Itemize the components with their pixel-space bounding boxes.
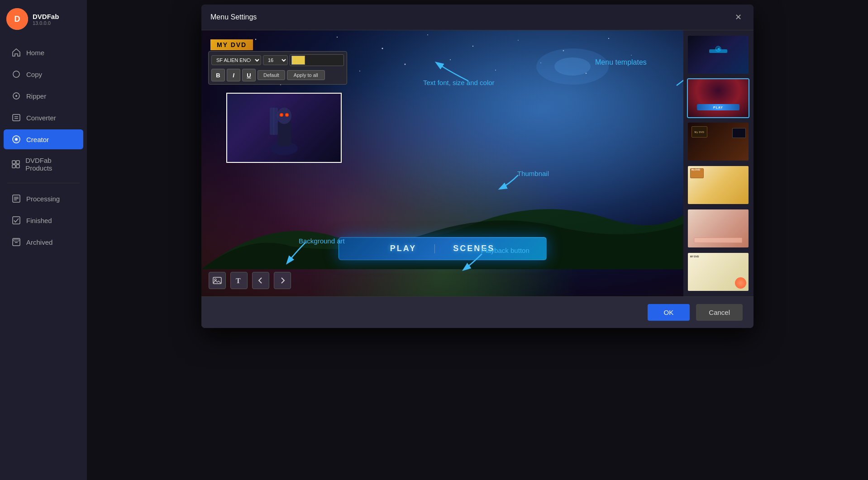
next-button[interactable] [274,272,291,289]
svg-rect-13 [16,165,19,168]
toolbar-row-font: SF ALIEN ENCOU 16 [211,54,344,66]
template-item-3[interactable]: My DVD [687,122,749,162]
converter-icon [12,113,21,122]
svg-point-4 [15,95,17,97]
svg-point-2 [13,71,19,77]
prev-button[interactable] [252,272,269,289]
default-button[interactable]: Default [258,70,285,80]
ok-button[interactable]: OK [648,304,690,321]
sidebar-nav: Home Copy Ripper [0,38,87,480]
apply-to-all-button[interactable]: Apply to all [287,70,325,80]
bar-divider [434,244,435,253]
template-item-5[interactable] [687,209,749,248]
modal-title: Menu Settings [210,13,257,21]
app-logo-icon: D [6,8,28,30]
color-picker[interactable] [290,54,344,66]
svg-rect-5 [13,114,20,121]
dvd-title-label: MY DVD [210,39,253,50]
font-size-select[interactable]: 16 [263,55,288,65]
toolbar-row-format: B I U Default Apply to all [211,69,344,81]
sidebar-item-converter[interactable]: Converter [4,108,83,128]
svg-point-53 [286,114,288,116]
sidebar-item-archived[interactable]: Archived [4,232,83,252]
play-button-label[interactable]: PLAY [390,244,416,253]
sidebar-item-home-label: Home [26,49,44,57]
sidebar: D DVDFab 13.0.0.0 Home Copy [0,0,87,480]
app-logo-text: DVDFab 13.0.0.0 [33,13,59,26]
sidebar-item-copy[interactable]: Copy [4,64,83,84]
svg-text:D: D [14,14,20,24]
sidebar-item-dvdfab-products-label: DVDFab Products [25,157,75,172]
sidebar-item-dvdfab-products[interactable]: DVDFab Products [4,151,83,177]
app-logo-area: D DVDFab 13.0.0.0 [0,0,87,38]
sidebar-item-finished[interactable]: Finished [4,210,83,230]
svg-point-52 [281,114,282,116]
thumbnail-figure [266,99,302,157]
text-icon: T [234,276,243,285]
modal-body: MY DVD SF ALIEN ENCOU 16 [201,30,754,296]
sidebar-item-ripper[interactable]: Ripper [4,86,83,106]
play-scenes-bar: PLAY SCENES [339,237,547,260]
thumbnail-inner [227,94,341,162]
main-area: Menu Settings ✕ [87,0,868,480]
sidebar-item-finished-label: Finished [26,217,52,224]
bold-button[interactable]: B [211,69,225,81]
cancel-button[interactable]: Cancel [696,304,743,321]
modal-header: Menu Settings ✕ [201,5,754,30]
processing-icon [12,194,21,203]
sidebar-item-creator[interactable]: Creator [4,129,83,149]
svg-point-9 [15,138,18,141]
playback-buttons-area: PLAY SCENES [339,237,547,260]
modal-overlay: Menu Settings ✕ [87,0,868,480]
preview-area: MY DVD SF ALIEN ENCOU 16 [201,30,683,296]
sidebar-divider [7,183,80,183]
ripper-icon [12,91,21,100]
dvdfab-products-icon [12,160,20,169]
svg-rect-48 [277,121,291,146]
background-art-button[interactable] [209,272,226,289]
sidebar-item-converter-label: Converter [26,114,56,122]
svg-rect-18 [13,217,20,224]
chevron-right-icon [279,277,286,284]
template-item-4[interactable]: My DVD [687,165,749,205]
preview-bottom-toolbar: T [209,272,291,289]
sidebar-item-copy-label: Copy [26,71,42,78]
thumbnail-preview [226,93,342,163]
templates-panel: PLAY My DVD [683,30,754,296]
sidebar-item-home[interactable]: Home [4,43,83,62]
creator-icon [12,135,21,144]
svg-text:T: T [236,277,241,285]
template-item-6[interactable]: MY DVD [687,252,749,292]
home-icon [12,48,21,57]
svg-rect-12 [12,165,15,168]
svg-rect-10 [12,161,15,164]
color-swatch-preview [291,56,305,65]
sidebar-item-archived-label: Archived [26,238,52,246]
template-item-2[interactable]: PLAY [687,78,749,118]
scenes-button-label[interactable]: SCENES [453,244,495,253]
sidebar-item-processing[interactable]: Processing [4,189,83,209]
svg-rect-11 [16,161,19,164]
template-1-icon [715,45,722,52]
sidebar-item-ripper-label: Ripper [26,92,46,100]
font-family-select[interactable]: SF ALIEN ENCOU [211,55,261,65]
modal-footer: OK Cancel [201,296,754,328]
text-button[interactable]: T [230,272,248,289]
archived-icon [12,238,21,247]
svg-point-49 [277,108,291,124]
italic-button[interactable]: I [227,69,240,81]
template-item-1[interactable] [687,35,749,75]
image-icon [213,276,222,285]
text-formatting-toolbar: SF ALIEN ENCOU 16 B I U [208,51,347,85]
menu-settings-modal: Menu Settings ✕ [201,5,754,328]
modal-close-button[interactable]: ✕ [732,11,744,24]
app-version: 13.0.0.0 [33,20,59,26]
dvd-title-area: MY DVD [210,39,253,52]
app-brand: DVDFab [33,13,59,20]
sidebar-item-creator-label: Creator [26,136,49,143]
chevron-left-icon [257,277,264,284]
finished-icon [12,216,21,225]
copy-icon [12,70,21,79]
underline-button[interactable]: U [242,69,256,81]
svg-rect-20 [14,239,19,241]
